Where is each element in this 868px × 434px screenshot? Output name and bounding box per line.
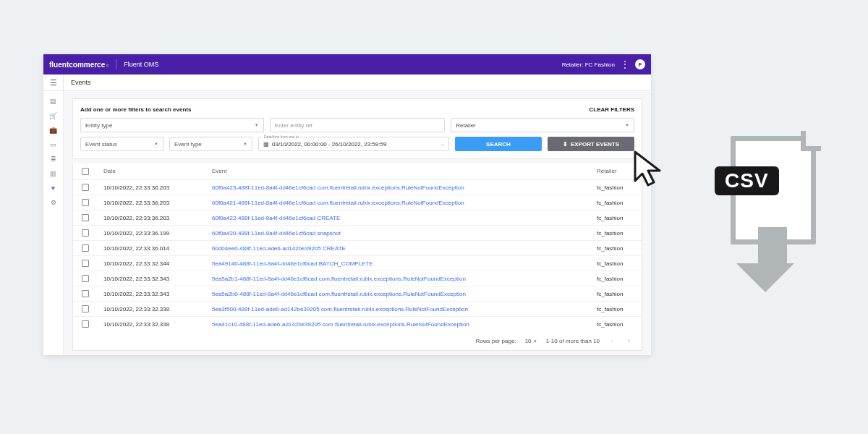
cell-retailer: fc_fashion (597, 200, 633, 206)
calendar-icon: ▦ (263, 141, 269, 148)
sidebar-item-briefcase-icon[interactable]: 💼 (49, 126, 58, 135)
row-checkbox[interactable] (82, 184, 89, 191)
cell-retailer: fc_fashion (597, 260, 633, 267)
row-checkbox[interactable] (82, 305, 89, 312)
retailer-select[interactable]: Retailer▼ (451, 118, 634, 132)
export-events-button[interactable]: ⬇ EXPORT EVENTS (548, 137, 634, 151)
table-row: 10/10/2022, 22:33:32.3435ea5a2b0-488f-11… (73, 286, 642, 302)
cell-date: 10/10/2022, 22:33:32.338 (103, 321, 212, 328)
sidebar-item-card-icon[interactable]: ▤ (49, 97, 58, 106)
cell-date: 10/10/2022, 22:33:32.343 (103, 276, 212, 282)
page-title: Events (64, 75, 98, 90)
table-header: Date Event Retailer (73, 163, 642, 180)
table-row: 10/10/2022, 22:33:32.3435ea5a2b1-488f-11… (73, 271, 642, 286)
date-range-input[interactable]: Date/time from and to ▦ 03/10/2022, 00:0… (258, 137, 449, 151)
cell-retailer: fc_fashion (597, 230, 633, 237)
table-footer: Rows per page: 10 ▼ 1-10 of more than 10… (73, 331, 642, 350)
caret-down-icon: ▼ (154, 142, 158, 146)
table-row: 10/10/2022, 22:33:32.3445ea49140-488f-11… (73, 256, 642, 271)
table-row: 10/10/2022, 22:33:36.19960f0a420-488f-11… (73, 226, 642, 241)
table-row: 10/10/2022, 22:33:36.20360f0a422-488f-11… (73, 210, 642, 226)
row-checkbox[interactable] (82, 275, 89, 282)
csv-illustration: CSV (731, 136, 825, 244)
download-icon: ⬇ (563, 141, 568, 148)
caret-down-icon: ▼ (625, 123, 629, 127)
cell-date: 10/10/2022, 22:33:32.338 (103, 306, 212, 312)
cell-date: 10/10/2022, 22:33:36.014 (103, 245, 212, 252)
row-checkbox[interactable] (82, 260, 89, 267)
event-link[interactable]: 5ea5a2b1-488f-11ed-8a4f-dd46e1cf6cad com… (212, 276, 466, 282)
caret-down-icon: ▼ (255, 123, 259, 127)
brand-logo: fluentcommerce≡ (49, 61, 109, 69)
event-type-select[interactable]: Event type▼ (169, 137, 252, 151)
table-row: 10/10/2022, 22:33:32.3385ea41c10-488f-11… (73, 317, 642, 331)
retailer-label: Retailer: FC Fashion (562, 61, 615, 68)
row-checkbox[interactable] (82, 320, 89, 328)
filter-panel: Add one or more filters to search events… (72, 98, 642, 159)
row-checkbox[interactable] (82, 214, 89, 221)
caret-down-icon: ▼ (243, 142, 247, 146)
search-button[interactable]: SEARCH (455, 137, 542, 151)
cell-date: 10/10/2022, 22:33:36.203 (103, 184, 212, 191)
event-link[interactable]: 5ea41c10-488f-11ed-ade6-ad142be39205 com… (212, 321, 469, 328)
event-link[interactable]: 60f0a421-488f-11ed-8a4f-dd46e1cf6cad com… (212, 200, 464, 206)
events-table: Date Event Retailer 10/10/2022, 22:33:36… (72, 163, 642, 351)
sidebar-item-settings-icon[interactable]: ⚙ (49, 198, 58, 207)
avatar[interactable]: F (635, 59, 645, 69)
cell-date: 10/10/2022, 22:33:36.203 (103, 200, 212, 206)
csv-badge: CSV (715, 166, 779, 195)
hamburger-menu-icon[interactable]: ☰ (43, 75, 64, 90)
event-status-select[interactable]: Event status▼ (80, 137, 163, 151)
rows-per-page-select[interactable]: 10 ▼ (525, 338, 537, 344)
select-all-checkbox[interactable] (82, 168, 89, 175)
sidebar-item-lightbulb-icon[interactable]: ♥ (49, 184, 58, 192)
table-row: 10/10/2022, 22:33:36.20360f0a421-488f-11… (73, 195, 642, 210)
sidebar-item-cart-icon[interactable]: 🛒 (49, 111, 58, 120)
cell-date: 10/10/2022, 22:33:32.343 (103, 291, 212, 297)
table-row: 10/10/2022, 22:33:36.01460d04ee0-488f-11… (73, 241, 642, 256)
event-link[interactable]: 5ea5a2b0-488f-11ed-8a4f-dd46e1cf6cad com… (212, 291, 466, 297)
page-range: 1-10 of more than 10 (546, 338, 600, 344)
entity-type-select[interactable]: Entity type▼ (80, 118, 264, 132)
prev-page-button[interactable]: ‹ (608, 336, 616, 346)
cell-retailer: fc_fashion (597, 245, 633, 252)
col-event: Event (212, 168, 597, 175)
event-link[interactable]: 60f0a422-488f-11ed-8a4f-dd46e1cf6cad CRE… (212, 215, 340, 221)
clear-filters-button[interactable]: CLEAR FILTERS (589, 106, 634, 113)
more-menu-icon[interactable]: ⋮ (621, 59, 629, 69)
cell-retailer: fc_fashion (597, 291, 633, 297)
col-date: Date (103, 168, 212, 175)
event-link[interactable]: 5ea3f500-488f-11ed-ade6-ad142be39205 com… (212, 306, 468, 312)
filter-title: Add one or more filters to search events (80, 106, 191, 113)
rows-per-page-label: Rows per page: (476, 338, 516, 344)
row-checkbox[interactable] (82, 290, 89, 297)
app-name: Fluent OMS (124, 61, 158, 68)
topbar: fluentcommerce≡ Fluent OMS Retailer: FC … (43, 54, 651, 75)
row-checkbox[interactable] (82, 199, 89, 206)
table-row: 10/10/2022, 22:33:36.20360f0a423-488f-11… (73, 180, 642, 195)
sidebar-item-library-icon[interactable]: ▥ (49, 169, 58, 178)
app-window: fluentcommerce≡ Fluent OMS Retailer: FC … (43, 54, 651, 355)
cell-retailer: fc_fashion (597, 276, 633, 282)
sidebar: ▤ 🛒 💼 ▭ ≣ ▥ ♥ ⚙ (43, 91, 64, 355)
sidebar-item-list-icon[interactable]: ≣ (49, 155, 58, 163)
event-link[interactable]: 5ea49140-488f-11ed-8a4f-dd46e1cf6cad BAT… (212, 260, 373, 267)
sidebar-item-window-icon[interactable]: ▭ (49, 140, 58, 149)
entity-ref-input[interactable]: Enter entity ref (270, 118, 445, 132)
divider (116, 59, 116, 69)
cell-date: 10/10/2022, 22:33:36.203 (103, 215, 212, 221)
event-link[interactable]: 60f0a420-488f-11ed-8a4f-dd46e1cf6cad sna… (212, 230, 341, 237)
next-page-button[interactable]: › (625, 336, 633, 346)
cell-retailer: fc_fashion (597, 215, 633, 221)
row-checkbox[interactable] (82, 229, 89, 237)
row-checkbox[interactable] (82, 244, 89, 252)
event-link[interactable]: 60f0a423-488f-11ed-8a4f-dd46e1cf6cad com… (212, 184, 464, 191)
cell-retailer: fc_fashion (597, 184, 633, 191)
event-link[interactable]: 60d04ee0-488f-11ed-ade6-ad142be39205 CRE… (212, 245, 346, 252)
subheader: ☰ Events (43, 75, 651, 91)
cell-date: 10/10/2022, 22:33:36.199 (103, 230, 212, 237)
cell-retailer: fc_fashion (597, 321, 633, 328)
col-retailer: Retailer (597, 168, 633, 175)
table-row: 10/10/2022, 22:33:32.3385ea3f500-488f-11… (73, 302, 642, 317)
cell-date: 10/10/2022, 22:33:32.344 (103, 260, 212, 267)
